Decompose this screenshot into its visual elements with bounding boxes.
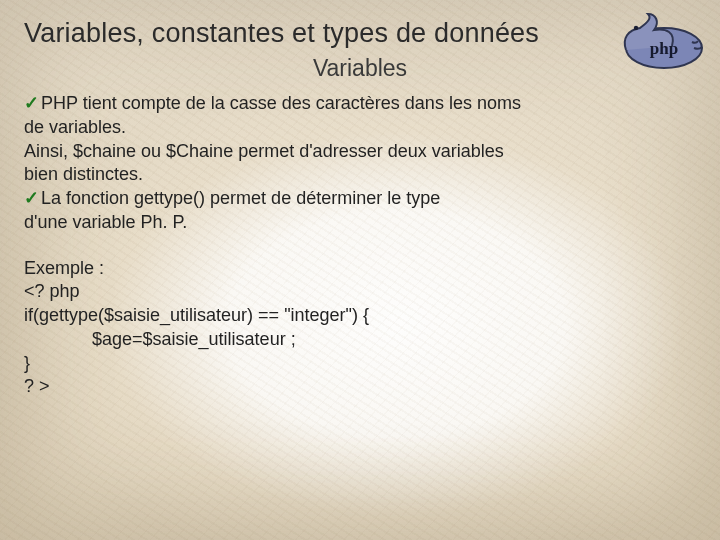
check-icon: ✓ (24, 93, 39, 113)
example-heading: Exemple : (24, 257, 696, 281)
code-line-4: } (24, 352, 696, 376)
code-line-2: if(gettype($saisie_utilisateur) == "inte… (24, 304, 696, 328)
bullet-1-line-4: bien distinctes. (24, 163, 696, 187)
check-icon: ✓ (24, 188, 39, 208)
bullet-1-line-1: ✓PHP tient compte de la casse des caract… (24, 92, 696, 116)
code-line-1: <? php (24, 280, 696, 304)
bullet-2-line-2: d'une variable Ph. P. (24, 211, 696, 235)
code-line-5: ? > (24, 375, 696, 399)
text: La fonction gettype() permet de détermin… (41, 188, 440, 208)
text: PHP tient compte de la casse des caractè… (41, 93, 521, 113)
code-line-3: $age=$saisie_utilisateur ; (24, 328, 696, 352)
bullet-2-line-1: ✓La fonction gettype() permet de détermi… (24, 187, 696, 211)
bullet-1-line-3: Ainsi, $chaine ou $Chaine permet d'adres… (24, 140, 696, 164)
bullet-1-line-2: de variables. (24, 116, 696, 140)
slide-title: Variables, constantes et types de donnée… (24, 18, 696, 49)
body-text: ✓PHP tient compte de la casse des caract… (24, 92, 696, 399)
slide-subtitle: Variables (24, 55, 696, 82)
slide-content: Variables, constantes et types de donnée… (24, 18, 696, 520)
